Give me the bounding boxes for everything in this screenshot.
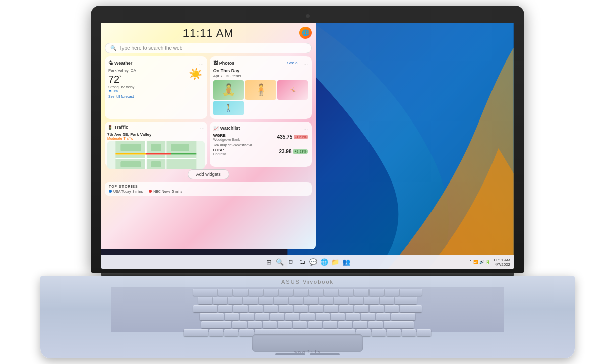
key-f9[interactable] — [339, 289, 353, 296]
key-f7[interactable] — [309, 289, 323, 296]
file-explorer-button[interactable]: 📁 — [331, 258, 340, 267]
key-caps[interactable] — [200, 313, 224, 320]
key-enter[interactable] — [400, 305, 422, 312]
task-view-button[interactable]: ⧉ — [286, 258, 295, 267]
key-fn[interactable] — [209, 329, 223, 336]
key-f2[interactable] — [233, 289, 248, 296]
key-s[interactable] — [240, 313, 254, 320]
photos-more-button[interactable]: ... — [303, 60, 308, 66]
key-f11[interactable] — [370, 289, 384, 296]
key-9[interactable] — [334, 297, 348, 304]
traffic-widget[interactable]: 🚦 Traffic ... 7th Ave 5B, Park Valley Mo… — [105, 122, 207, 167]
key-1[interactable] — [213, 297, 227, 304]
key-f8[interactable] — [324, 289, 338, 296]
key-enter2[interactable] — [391, 313, 415, 320]
key-p[interactable] — [354, 305, 368, 312]
key-t[interactable] — [279, 305, 293, 312]
start-button[interactable]: ⊞ — [264, 258, 273, 267]
weather-more-button[interactable]: ... — [199, 60, 204, 66]
key-f[interactable] — [270, 313, 284, 320]
watchlist-widget[interactable]: 📈 Watchlist ... WGRB Woodgrove Bank — [210, 122, 312, 167]
key-8[interactable] — [319, 297, 333, 304]
key-del[interactable] — [400, 289, 422, 296]
key-l[interactable] — [346, 313, 360, 320]
key-shift-l[interactable] — [201, 321, 231, 328]
traffic-more-button[interactable]: ... — [200, 124, 205, 130]
photo-thumb-3[interactable]: 🤸 — [277, 80, 309, 100]
key-equals[interactable] — [380, 297, 394, 304]
weather-forecast-link[interactable]: See full forecast — [108, 95, 204, 98]
key-g[interactable] — [285, 313, 299, 320]
key-arrow-r[interactable] — [417, 329, 431, 336]
weather-widget[interactable]: 🌤 Weather ... Park Valley, CA ☀️ 72°F — [105, 56, 207, 119]
search-bar[interactable]: 🔍 Type here to search the web — [105, 43, 312, 53]
key-f1[interactable] — [218, 289, 232, 296]
key-n[interactable] — [308, 321, 322, 328]
edge-button[interactable]: 🌐 — [320, 258, 329, 267]
key-4[interactable] — [259, 297, 273, 304]
news-item-2[interactable]: NBC News 5 mins — [149, 190, 182, 193]
key-c[interactable] — [263, 321, 277, 328]
watchlist-more-button[interactable]: ... — [303, 125, 308, 131]
key-w[interactable] — [233, 305, 248, 312]
teams-button[interactable]: 👥 — [342, 258, 351, 267]
key-quote[interactable] — [376, 313, 390, 320]
taskbar-time[interactable]: 11:11 AM 4/7/2022 — [493, 258, 510, 267]
key-d[interactable] — [255, 313, 269, 320]
widgets-button[interactable]: 🗂 — [297, 258, 306, 267]
key-6[interactable] — [289, 297, 303, 304]
key-bracket-r[interactable] — [385, 305, 399, 312]
key-j[interactable] — [316, 313, 330, 320]
photos-see-all-link[interactable]: See all — [287, 60, 299, 65]
key-0[interactable] — [349, 297, 363, 304]
key-i[interactable] — [324, 305, 338, 312]
key-shift-r[interactable] — [384, 321, 414, 328]
key-y[interactable] — [294, 305, 308, 312]
key-arrow-up[interactable] — [387, 329, 401, 336]
key-arrow-d[interactable] — [402, 329, 416, 336]
key-r[interactable] — [264, 305, 278, 312]
photo-thumb-1[interactable]: 🧘 — [213, 80, 244, 100]
key-h[interactable] — [300, 313, 315, 320]
photo-thumb-4[interactable]: 🚶 — [213, 101, 244, 115]
search-taskbar-button[interactable]: 🔍 — [275, 258, 284, 267]
key-tab[interactable] — [193, 305, 217, 312]
key-v[interactable] — [278, 321, 292, 328]
key-3[interactable] — [243, 297, 258, 304]
key-minus[interactable] — [364, 297, 379, 304]
key-2[interactable] — [228, 297, 242, 304]
chat-button[interactable]: 💬 — [309, 258, 318, 267]
key-e[interactable] — [249, 305, 263, 312]
key-5[interactable] — [274, 297, 288, 304]
key-k[interactable] — [331, 313, 345, 320]
key-ctrl-l[interactable] — [184, 329, 208, 336]
key-arrow-l[interactable] — [372, 329, 386, 336]
key-bracket-l[interactable] — [370, 305, 384, 312]
key-slash[interactable] — [368, 321, 383, 328]
key-q[interactable] — [218, 305, 232, 312]
photos-widget[interactable]: 🖼 Photos See all ... On This Day Apr 7 ·… — [210, 56, 312, 119]
key-z[interactable] — [232, 321, 247, 328]
key-a[interactable] — [225, 313, 239, 320]
key-m[interactable] — [323, 321, 337, 328]
key-u[interactable] — [309, 305, 323, 312]
key-backspace[interactable] — [395, 297, 417, 304]
key-win[interactable] — [224, 329, 238, 336]
key-b[interactable] — [293, 321, 307, 328]
key-alt-l[interactable] — [239, 329, 254, 336]
key-x[interactable] — [248, 321, 262, 328]
key-f5[interactable] — [279, 289, 293, 296]
key-period[interactable] — [353, 321, 367, 328]
key-f12[interactable] — [385, 289, 399, 296]
add-widgets-button[interactable]: Add widgets — [188, 169, 229, 179]
key-tilde[interactable] — [198, 297, 212, 304]
key-comma[interactable] — [338, 321, 352, 328]
key-f4[interactable] — [264, 289, 278, 296]
key-7[interactable] — [304, 297, 318, 304]
key-f3[interactable] — [249, 289, 263, 296]
key-f6[interactable] — [294, 289, 308, 296]
key-esc[interactable] — [193, 289, 217, 296]
key-o[interactable] — [339, 305, 353, 312]
news-item-1[interactable]: USA Today 3 mins — [109, 190, 143, 193]
key-f10[interactable] — [354, 289, 368, 296]
